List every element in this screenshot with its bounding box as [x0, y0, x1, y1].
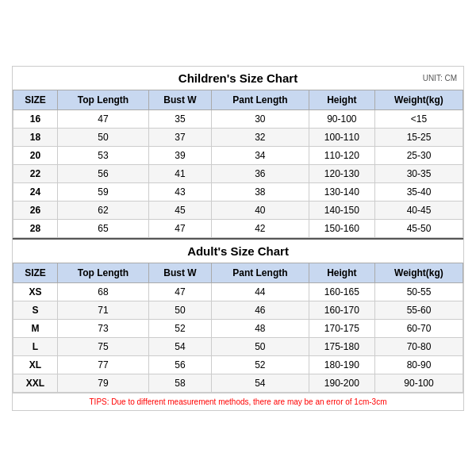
table-row: 28654742150-16045-50 — [13, 219, 463, 237]
col-header-size-adult: SIZE — [13, 263, 58, 282]
size-chart-container: Children's Size Chart UNIT: CM SIZE Top … — [12, 66, 464, 411]
table-row: XL775652180-19080-90 — [13, 355, 463, 374]
children-size-table: SIZE Top Length Bust W Pant Length Heigh… — [13, 90, 463, 238]
table-row: L755450175-18070-80 — [13, 337, 463, 355]
col-header-weight-adult: Weight(kg) — [374, 263, 463, 282]
col-header-bust-w-adult: Bust W — [149, 263, 212, 282]
table-row: 26624540140-15040-45 — [13, 201, 463, 219]
col-header-bust-w: Bust W — [149, 90, 212, 109]
table-row: 1647353090-100<15 — [13, 109, 463, 128]
table-row: M735248170-17560-70 — [13, 319, 463, 337]
table-row: 24594338130-14035-40 — [13, 182, 463, 201]
children-section-header: Children's Size Chart UNIT: CM — [13, 67, 463, 90]
table-row: 18503732100-11015-25 — [13, 128, 463, 146]
col-header-top-length: Top Length — [57, 90, 148, 109]
col-header-pant-length-adult: Pant Length — [211, 263, 309, 282]
adults-chart-title: Adult's Size Chart — [16, 244, 460, 258]
adults-section-header: Adult's Size Chart — [13, 238, 463, 263]
col-header-pant-length: Pant Length — [211, 90, 309, 109]
unit-label: UNIT: CM — [423, 74, 457, 83]
col-header-height: Height — [309, 90, 374, 109]
table-row: S715046160-17055-60 — [13, 301, 463, 319]
col-header-top-length-adult: Top Length — [57, 263, 148, 282]
table-row: XXL795854190-20090-100 — [13, 374, 463, 392]
children-header-row: SIZE Top Length Bust W Pant Length Heigh… — [13, 90, 463, 109]
col-header-size: SIZE — [13, 90, 58, 109]
col-header-height-adult: Height — [309, 263, 374, 282]
table-row: 20533934110-12025-30 — [13, 146, 463, 164]
table-row: XS684744160-16550-55 — [13, 282, 463, 301]
tips-text: TIPS: Due to different measurement metho… — [13, 393, 463, 410]
table-row: 22564136120-13030-35 — [13, 164, 463, 182]
col-header-weight: Weight(kg) — [374, 90, 463, 109]
adults-header-row: SIZE Top Length Bust W Pant Length Heigh… — [13, 263, 463, 282]
children-chart-title: Children's Size Chart — [16, 71, 460, 85]
adults-size-table: SIZE Top Length Bust W Pant Length Heigh… — [13, 263, 463, 393]
